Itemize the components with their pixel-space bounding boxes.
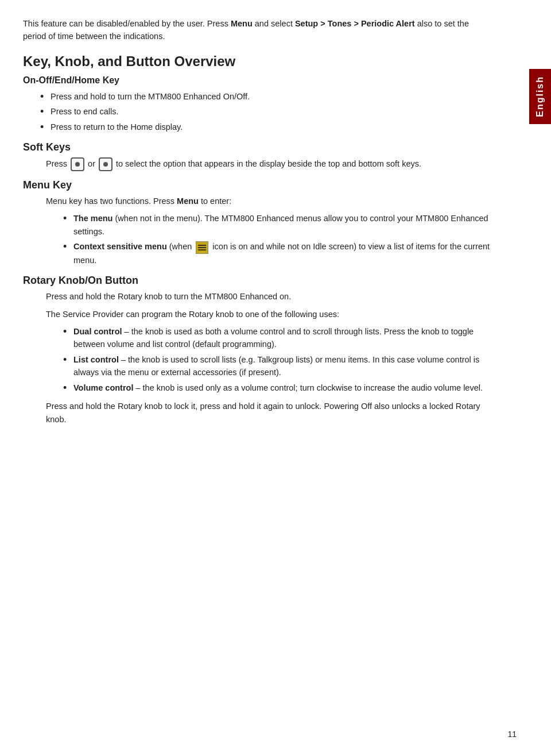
list-item: Press and hold to turn the MTM800 Enhanc… bbox=[40, 90, 494, 103]
key-dot-1 bbox=[75, 162, 80, 167]
menu-key-bullets: The menu (when not in the menu). The MTM… bbox=[63, 212, 494, 267]
main-title: Key, Knob, and Button Overview bbox=[23, 53, 494, 70]
intro-text-1: This feature can be disabled/enabled by … bbox=[23, 19, 231, 28]
rotary-intro2: The Service Provider can program the Rot… bbox=[46, 308, 494, 321]
on-off-title: On-Off/End/Home Key bbox=[23, 75, 494, 86]
press-label: Press bbox=[46, 157, 67, 171]
intro-bold-setup: Setup > Tones > Periodic Alert bbox=[295, 19, 415, 28]
intro-text-2: and select bbox=[253, 19, 295, 28]
list-item: Press to return to the Home display. bbox=[40, 121, 494, 133]
intro-paragraph: This feature can be disabled/enabled by … bbox=[23, 17, 494, 43]
menu-line bbox=[198, 245, 206, 246]
rotary-knob-content: Press and hold the Rotary knob to turn t… bbox=[46, 290, 494, 426]
rotary-knob-title: Rotary Knob/On Button bbox=[23, 275, 494, 287]
soft-keys-post-text: to select the option that appears in the… bbox=[116, 157, 421, 171]
soft-key-icon-1 bbox=[71, 157, 84, 171]
list-item: The menu (when not in the menu). The MTM… bbox=[63, 212, 494, 238]
list-item: Volume control – the knob is used only a… bbox=[63, 381, 494, 394]
menu-line bbox=[198, 249, 206, 250]
page-number: 11 bbox=[507, 730, 517, 739]
soft-keys-section: Soft Keys Press or to select the option … bbox=[23, 141, 494, 171]
on-off-bullets: Press and hold to turn the MTM800 Enhanc… bbox=[40, 90, 494, 133]
rotary-intro: Press and hold the Rotary knob to turn t… bbox=[46, 290, 494, 303]
menu-line bbox=[198, 247, 206, 248]
menu-key-title: Menu Key bbox=[23, 179, 494, 191]
list-item: List control – the knob is used to scrol… bbox=[63, 353, 494, 379]
list-item: Press to end calls. bbox=[40, 105, 494, 118]
soft-keys-title: Soft Keys bbox=[23, 141, 494, 153]
menu-key-intro: Menu key has two functions. Press Menu t… bbox=[46, 195, 494, 207]
soft-keys-content: Press or to select the option that appea… bbox=[46, 157, 494, 171]
menu-key-content: Menu key has two functions. Press Menu t… bbox=[46, 195, 494, 267]
context-menu-icon bbox=[196, 241, 208, 254]
key-dot-2 bbox=[103, 162, 108, 167]
list-item: Dual control – the knob is used as both … bbox=[63, 325, 494, 351]
english-label: English bbox=[535, 76, 545, 117]
english-sidebar: English bbox=[529, 69, 551, 124]
list-item: Context sensitive menu (when icon is on … bbox=[63, 240, 494, 267]
page-container: This feature can be disabled/enabled by … bbox=[0, 0, 528, 467]
or-label: or bbox=[88, 157, 95, 171]
menu-lines bbox=[198, 245, 206, 250]
menu-key-section: Menu Key Menu key has two functions. Pre… bbox=[23, 179, 494, 267]
on-off-section: On-Off/End/Home Key Press and hold to tu… bbox=[23, 75, 494, 133]
soft-keys-line: Press or to select the option that appea… bbox=[46, 157, 494, 171]
rotary-outro: Press and hold the Rotary knob to lock i… bbox=[46, 400, 494, 426]
soft-key-icon-2 bbox=[99, 157, 112, 171]
intro-bold-menu: Menu bbox=[231, 19, 253, 28]
rotary-knob-section: Rotary Knob/On Button Press and hold the… bbox=[23, 275, 494, 426]
rotary-bullets: Dual control – the knob is used as both … bbox=[63, 325, 494, 394]
